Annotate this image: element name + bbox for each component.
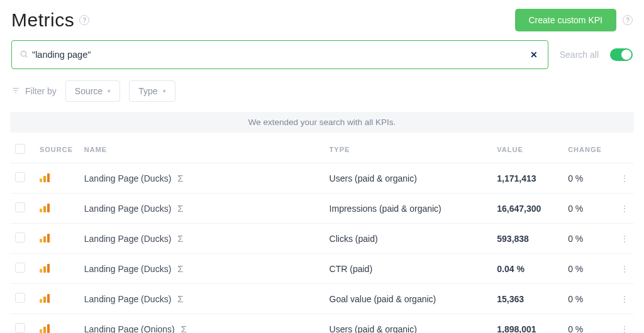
chevron-down-icon: ▾ xyxy=(163,88,166,94)
filter-by-label: Filter by xyxy=(25,86,57,96)
sigma-icon: Σ xyxy=(177,173,183,183)
table-row[interactable]: Landing Page (Ducks) Σ Goal value (paid … xyxy=(10,284,634,314)
row-menu-icon[interactable]: ⋮ xyxy=(620,204,629,214)
row-change: 0 % xyxy=(563,224,614,254)
analytics-source-icon xyxy=(40,232,50,243)
table-row[interactable]: Landing Page (Ducks) Σ CTR (paid) 0.04 %… xyxy=(10,254,634,284)
search-box[interactable]: ✕ xyxy=(11,40,548,69)
page-title: Metrics xyxy=(11,9,74,31)
chevron-down-icon: ▾ xyxy=(108,88,111,94)
table-row[interactable]: Landing Page (Ducks) Σ Users (paid & org… xyxy=(10,163,634,194)
row-change: 0 % xyxy=(563,254,614,284)
row-type: CTR (paid) xyxy=(325,254,492,284)
create-kpi-button[interactable]: Create custom KPI xyxy=(515,9,617,31)
row-checkbox[interactable] xyxy=(15,293,25,303)
row-type: Impressions (paid & organic) xyxy=(325,194,492,224)
search-all-toggle[interactable] xyxy=(610,48,633,61)
source-filter-dropdown[interactable]: Source ▾ xyxy=(65,80,120,102)
row-type: Clicks (paid) xyxy=(325,224,492,254)
table-row[interactable]: Landing Page (Ducks) Σ Clicks (paid) 593… xyxy=(10,224,634,254)
table-row[interactable]: Landing Page (Ducks) Σ Impressions (paid… xyxy=(10,194,634,224)
select-all-checkbox[interactable] xyxy=(15,144,25,154)
row-menu-icon[interactable]: ⋮ xyxy=(620,234,629,244)
row-value: 1,898,001 xyxy=(492,314,563,334)
row-change: 0 % xyxy=(563,194,614,224)
row-type: Goal value (paid & organic) xyxy=(325,284,492,314)
sigma-icon: Σ xyxy=(177,263,183,274)
row-checkbox[interactable] xyxy=(15,323,25,333)
row-checkbox[interactable] xyxy=(15,232,25,243)
row-value: 0.04 % xyxy=(492,254,563,284)
row-change: 0 % xyxy=(563,163,614,194)
type-filter-dropdown[interactable]: Type ▾ xyxy=(129,80,175,102)
analytics-source-icon xyxy=(40,293,50,303)
analytics-source-icon xyxy=(40,263,50,273)
row-name: Landing Page (Ducks) xyxy=(84,264,172,274)
col-header-type[interactable]: TYPE xyxy=(325,136,492,163)
source-filter-label: Source xyxy=(75,86,103,96)
row-type: Users (paid & organic) xyxy=(325,314,492,334)
help-icon[interactable]: ? xyxy=(79,15,89,25)
analytics-source-icon xyxy=(40,323,50,333)
row-menu-icon[interactable]: ⋮ xyxy=(620,324,629,334)
row-name: Landing Page (Onions) xyxy=(84,324,175,334)
row-change: 0 % xyxy=(563,284,614,314)
row-checkbox[interactable] xyxy=(15,202,25,212)
sigma-icon: Σ xyxy=(177,233,183,244)
row-menu-icon[interactable]: ⋮ xyxy=(620,294,629,304)
clear-search-icon[interactable]: ✕ xyxy=(528,47,540,62)
row-name: Landing Page (Ducks) xyxy=(84,204,172,214)
row-value: 1,171,413 xyxy=(492,163,563,194)
search-extended-banner: We extended your search with all KPIs. xyxy=(10,112,634,133)
row-change: 0 % xyxy=(563,314,614,334)
svg-line-1 xyxy=(26,55,28,57)
row-menu-icon[interactable]: ⋮ xyxy=(620,264,629,274)
row-checkbox[interactable] xyxy=(15,172,25,182)
sigma-icon: Σ xyxy=(177,203,183,214)
row-name: Landing Page (Ducks) xyxy=(84,234,172,244)
sigma-icon: Σ xyxy=(177,293,183,304)
search-input[interactable] xyxy=(32,50,528,60)
filter-icon xyxy=(11,87,20,96)
search-all-label: Search all xyxy=(560,50,599,60)
row-type: Users (paid & organic) xyxy=(325,163,492,194)
help-icon[interactable]: ? xyxy=(623,15,633,25)
sigma-icon: Σ xyxy=(181,324,187,333)
metrics-table: SOURCE NAME TYPE VALUE CHANGE Landing Pa… xyxy=(10,136,634,333)
row-checkbox[interactable] xyxy=(15,263,25,273)
analytics-source-icon xyxy=(40,172,50,182)
analytics-source-icon xyxy=(40,202,50,212)
row-value: 16,647,300 xyxy=(492,194,563,224)
col-header-source[interactable]: SOURCE xyxy=(35,136,79,163)
row-value: 593,838 xyxy=(492,224,563,254)
search-icon xyxy=(19,50,28,60)
row-name: Landing Page (Ducks) xyxy=(84,173,172,183)
row-value: 15,363 xyxy=(492,284,563,314)
table-row[interactable]: Landing Page (Onions) Σ Users (paid & or… xyxy=(10,314,634,334)
svg-point-0 xyxy=(21,51,26,56)
col-header-name[interactable]: NAME xyxy=(79,136,325,163)
type-filter-label: Type xyxy=(138,86,157,96)
row-name: Landing Page (Ducks) xyxy=(84,294,172,304)
col-header-value[interactable]: VALUE xyxy=(492,136,563,163)
row-menu-icon[interactable]: ⋮ xyxy=(620,173,629,183)
col-header-change[interactable]: CHANGE xyxy=(563,136,614,163)
